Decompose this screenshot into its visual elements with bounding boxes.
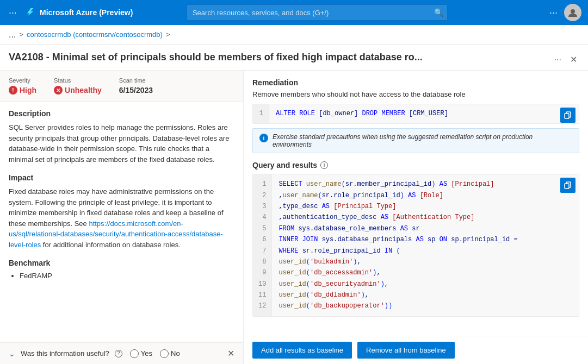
breadcrumb-separator-1: > bbox=[19, 30, 23, 39]
status-value: ✕ Unhealthy bbox=[54, 86, 102, 95]
code-content: ALTER ROLE [db_owner] DROP MEMBER [CRM_U… bbox=[269, 104, 579, 123]
query-line-6: INNER JOIN sys.database_principals AS sp… bbox=[278, 234, 572, 245]
query-code-inner: 1 2 3 4 5 6 7 8 9 10 11 bbox=[253, 174, 579, 316]
query-line-12: user_id('db_backupoperator')) bbox=[278, 300, 572, 311]
severity-label: Severity bbox=[9, 77, 36, 84]
more-options-button[interactable]: ··· bbox=[552, 54, 564, 66]
benchmark-item: FedRAMP bbox=[20, 272, 234, 280]
scan-time-value: 6/15/2023 bbox=[119, 86, 153, 95]
svg-point-0 bbox=[571, 9, 575, 14]
remediation-info-box: i Exercise standard precautions when usi… bbox=[252, 128, 579, 153]
copy-icon-query bbox=[564, 181, 572, 189]
panel-title-actions: ··· ✕ bbox=[552, 51, 579, 66]
topbar-right: ··· bbox=[549, 4, 581, 21]
panel-header: VA2108 - Minimal set of principals shoul… bbox=[0, 45, 588, 71]
severity-value: ! High bbox=[9, 86, 36, 95]
benchmark-heading: Benchmark bbox=[9, 259, 234, 267]
query-line-4: ,authentication_type_desc AS [Authentica… bbox=[278, 212, 572, 223]
query-line-3: ,type_desc AS [Principal Type] bbox=[278, 201, 572, 212]
description-heading: Description bbox=[9, 109, 234, 118]
query-line-1: SELECT user_name(sr.member_principal_id)… bbox=[278, 179, 572, 190]
remediation-code-block: 1 ALTER ROLE [db_owner] DROP MEMBER [CRM… bbox=[252, 104, 579, 124]
right-panel-wrapper: Remediation Remove members who should no… bbox=[244, 71, 588, 364]
feedback-question: Was this information useful? bbox=[21, 349, 109, 357]
query-code-content: SELECT user_name(sr.member_principal_id)… bbox=[272, 174, 579, 316]
code-line-numbers: 1 bbox=[253, 104, 269, 123]
copy-icon bbox=[564, 111, 572, 119]
code-keyword-alter: ALTER ROLE bbox=[276, 110, 315, 117]
query-line-7: WHERE sr.role_principal_id IN ( bbox=[278, 246, 572, 256]
panel-body: Severity ! High Status ✕ Unhealthy Scan … bbox=[0, 71, 588, 364]
feedback-yes-radio[interactable] bbox=[130, 349, 139, 358]
feedback-info-icon[interactable]: ? bbox=[115, 350, 122, 357]
add-baseline-button[interactable]: Add all results as baseline bbox=[252, 342, 352, 359]
topbar-menu-dots[interactable]: ··· bbox=[7, 5, 19, 21]
feedback-close-button[interactable]: ✕ bbox=[227, 348, 234, 359]
left-pane: Severity ! High Status ✕ Unhealthy Scan … bbox=[0, 71, 244, 364]
topbar-title: Microsoft Azure (Preview) bbox=[40, 8, 133, 17]
breadcrumb: ... > contosocrmdb (contocrmsrv/contosoc… bbox=[0, 25, 588, 45]
remove-baseline-button[interactable]: Remove all from baseline bbox=[357, 342, 455, 359]
panel-container: VA2108 - Minimal set of principals shoul… bbox=[0, 45, 588, 364]
bottom-action-bar: Add all results as baseline Remove all f… bbox=[244, 336, 588, 364]
code-line-1: ALTER ROLE [db_owner] DROP MEMBER [CRM_U… bbox=[276, 109, 572, 119]
right-pane: Remediation Remove members who should no… bbox=[244, 71, 588, 336]
benchmark-list: FedRAMP bbox=[9, 272, 234, 280]
scan-time-item: Scan time 6/15/2023 bbox=[119, 77, 153, 95]
feedback-chevron-icon[interactable]: ⌄ bbox=[9, 349, 15, 358]
feedback-yes-option[interactable]: Yes bbox=[130, 349, 152, 358]
topbar-logo: Microsoft Azure (Preview) bbox=[24, 7, 133, 18]
query-code-block: 1 2 3 4 5 6 7 8 9 10 11 bbox=[252, 174, 579, 317]
status-icon: ✕ bbox=[54, 86, 63, 95]
remediation-section: Remediation Remove members who should no… bbox=[252, 78, 579, 153]
topbar-more-icon[interactable]: ··· bbox=[549, 7, 558, 18]
meta-row: Severity ! High Status ✕ Unhealthy Scan … bbox=[0, 71, 243, 102]
query-heading: Query and results i bbox=[252, 161, 579, 170]
description-text: SQL Server provides roles to help manage… bbox=[9, 122, 234, 165]
severity-icon: ! bbox=[9, 86, 17, 95]
impact-text: Fixed database roles may have administra… bbox=[9, 186, 234, 250]
remediation-info-text: Exercise standard precautions when using… bbox=[273, 133, 572, 148]
query-line-5: FROM sys.database_role_members AS sr bbox=[278, 223, 572, 234]
feedback-no-option[interactable]: No bbox=[160, 349, 180, 358]
info-icon: i bbox=[259, 134, 268, 142]
topbar: ··· Microsoft Azure (Preview) 🔍 ··· bbox=[0, 0, 588, 25]
breadcrumb-separator-2: > bbox=[166, 30, 170, 39]
query-copy-button[interactable] bbox=[560, 178, 575, 193]
feedback-radio-group: Yes No bbox=[130, 349, 180, 358]
remediation-heading: Remediation bbox=[252, 78, 579, 87]
impact-heading: Impact bbox=[9, 173, 234, 182]
avatar[interactable] bbox=[564, 4, 581, 21]
page-title: VA2108 - Minimal set of principals shoul… bbox=[9, 51, 547, 64]
code-keyword-drop: DROP MEMBER bbox=[362, 110, 405, 117]
svg-rect-1 bbox=[565, 114, 569, 118]
breadcrumb-dots[interactable]: ... bbox=[9, 30, 16, 40]
feedback-no-radio[interactable] bbox=[160, 349, 169, 358]
status-item: Status ✕ Unhealthy bbox=[54, 77, 102, 95]
query-line-10: user_id('db_securityadmin'), bbox=[278, 279, 572, 290]
query-info-icon[interactable]: i bbox=[320, 161, 328, 169]
svg-rect-2 bbox=[565, 184, 569, 189]
impact-link[interactable]: https://docs.microsoft.com/en-us/sql/rel… bbox=[9, 219, 223, 249]
left-content: Description SQL Server provides roles to… bbox=[0, 102, 243, 342]
scan-time-label: Scan time bbox=[119, 77, 153, 84]
feedback-bar: ⌄ Was this information useful? ? Yes No … bbox=[0, 342, 243, 364]
remediation-copy-button[interactable] bbox=[560, 108, 575, 123]
query-section: Query and results i 1 2 3 4 5 6 bbox=[252, 161, 579, 317]
query-line-8: user_id('bulkadmin'), bbox=[278, 256, 572, 267]
user-icon bbox=[568, 8, 578, 17]
query-line-numbers: 1 2 3 4 5 6 7 8 9 10 11 bbox=[253, 174, 272, 316]
search-input[interactable] bbox=[187, 4, 448, 21]
azure-logo-icon bbox=[24, 7, 35, 18]
query-line-11: user_id('db_ddladmin'), bbox=[278, 290, 572, 300]
query-line-9: user_id('db_accessadmin'), bbox=[278, 267, 572, 278]
close-button[interactable]: ✕ bbox=[568, 53, 579, 66]
remediation-description: Remove members who should not have acces… bbox=[252, 90, 579, 98]
topbar-search-container: 🔍 bbox=[187, 4, 448, 21]
search-icon: 🔍 bbox=[434, 8, 443, 17]
breadcrumb-link[interactable]: contosocrmdb (contocrmsrv/contosocrmdb) bbox=[27, 30, 163, 39]
query-line-2: ,user_name(sr.role_principal_id) AS [Rol… bbox=[278, 190, 572, 201]
severity-item: Severity ! High bbox=[9, 77, 36, 95]
status-label: Status bbox=[54, 77, 102, 84]
